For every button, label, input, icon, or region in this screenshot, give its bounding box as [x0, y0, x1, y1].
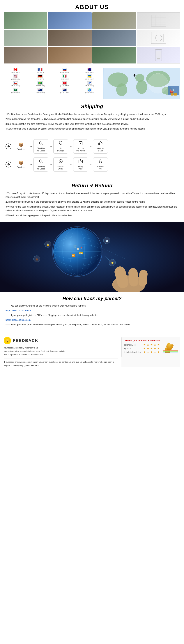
saudi-flag-icon: 🇸🇦	[13, 88, 18, 92]
track-title: How can track my parcel?	[6, 296, 178, 302]
receiving-label-1: Receiving	[17, 148, 25, 150]
process-steps-2: 📦 Receiving → Checkingthe Goods →	[14, 157, 178, 172]
svg-rect-8	[154, 34, 164, 42]
track-link-2[interactable]: https://global.cainiao.com/	[6, 318, 178, 322]
refund-point-2: 2.All returned items must be in the orig…	[6, 200, 178, 204]
track-url-2[interactable]: https://global.cainiao.com/	[6, 319, 31, 321]
feedback-text-3: with our product or service,so many than…	[4, 353, 118, 356]
nodamage-icon	[58, 141, 63, 146]
ukraine-days: (20-35 DAYS)	[85, 78, 94, 80]
usa-flag-icon: 🇺🇸	[13, 74, 18, 78]
nz2-days: (10-35 DAYS)	[60, 92, 69, 94]
feedback-card: Please give us five-star feedback seller…	[122, 337, 180, 357]
refund-point-1: 1.You have 7 days to contact us and 30 d…	[6, 192, 178, 199]
feedback-stars-title: Please give us five-star feedback	[124, 339, 161, 342]
svg-point-31	[40, 160, 42, 162]
factory-photo-10	[48, 47, 92, 64]
usa-days: (3-15 DAYS)	[12, 78, 20, 80]
checking-label-2: Checkingthe Goods	[36, 165, 45, 170]
svg-rect-25	[174, 93, 177, 96]
shipping-point-1: 1.For Brazil and some South America Coun…	[6, 112, 178, 116]
feedback-text-2: please take a few seconds to leave great…	[4, 350, 118, 353]
factory-photo-1	[4, 12, 47, 29]
france-days: (7-25 DAYS)	[36, 72, 44, 73]
refund-title: Return & Refund	[6, 183, 178, 188]
5star-label: Give us5 Star	[97, 147, 104, 152]
track-dash-3: ——	[6, 323, 10, 326]
checking-icon-1	[39, 141, 43, 146]
process-num-2: ②	[6, 162, 12, 168]
process-row-1: ① 📦 Receiving → Checkingthe Goods →	[6, 139, 178, 154]
photos-icon	[78, 159, 83, 164]
australia-days: (10-35 DAYS)	[85, 72, 94, 73]
factory-photos	[0, 12, 184, 65]
feedback-note: .If ourgoods or service does not satisfy…	[4, 360, 118, 367]
feedback-text-1: Your feedback is really important to us …	[4, 346, 118, 350]
star-row-1: seller service ★ ★ ★ ★ ★	[124, 343, 161, 346]
contact-icon	[98, 159, 103, 164]
feedback-header: 😊 FEEDBACK	[4, 337, 118, 344]
sign-label: Sign forthe Parcel	[76, 147, 85, 152]
photos-label: TakingPhotos	[78, 165, 83, 170]
step-5star: Give us5 Star	[93, 139, 108, 154]
thumbs-up-image	[163, 339, 178, 355]
factory-photo-2	[48, 12, 92, 29]
saudi-days: (7-35 DAYS)	[12, 92, 20, 94]
australia-flag-icon: 🇦🇺	[87, 68, 92, 71]
track-item-1: —— You can track your parcel on the foll…	[6, 304, 178, 308]
checking-icon-2	[39, 159, 43, 164]
5star-icon	[98, 141, 103, 146]
svg-point-20	[148, 74, 168, 94]
flag-australia: 🇦🇺 (10-35 DAYS)	[78, 68, 101, 73]
placeholder-flag-icon: 🌏	[87, 88, 92, 92]
svg-rect-28	[79, 142, 82, 145]
track-section: How can track my parcel? —— You can trac…	[0, 292, 184, 331]
receiving-icon-1: 📦	[18, 142, 24, 147]
track-dash-1: ——	[6, 304, 10, 307]
nz1-flag-icon: 🇳🇿	[38, 88, 43, 92]
flag-israel: 🇮🇱 (15-35 DAYS)	[78, 81, 101, 87]
smiley-icon: 😊	[4, 337, 11, 344]
track-item-3: —— If your purchase protection date is r…	[6, 323, 178, 327]
receiving-icon-2: 📦	[18, 160, 24, 165]
track-url-1[interactable]: https://www.17track.net/en	[6, 309, 32, 312]
refund-text: 1.You have 7 days to contact us and 30 d…	[6, 192, 178, 217]
svg-text:✈: ✈	[133, 73, 136, 78]
nodamage-label: NoDamage	[57, 147, 64, 152]
flag-chile: 🇨🇱 (25-60 DAYS)	[4, 81, 27, 87]
arrow-2b: →	[48, 163, 53, 166]
step-checking-2: Checkingthe Goods	[34, 157, 48, 172]
step-receiving-1: 📦 Receiving	[14, 141, 28, 152]
factory-photo-11	[92, 47, 136, 64]
svg-rect-67	[163, 352, 178, 352]
chile-flag-icon: 🇨🇱	[13, 81, 18, 85]
svg-line-32	[42, 162, 43, 163]
russia-days: (10-35 DAYS)	[60, 72, 69, 73]
step-broken: Broken orWrong	[53, 157, 68, 172]
track-link-1[interactable]: https://www.17track.net/en	[6, 309, 178, 313]
svg-point-26	[40, 142, 42, 144]
israel-flag-icon: 🇮🇱	[87, 81, 92, 85]
svg-text:🏭: 🏭	[170, 88, 174, 93]
track-item-2: —— If your package logistics is AliExpre…	[6, 313, 178, 318]
flag-ukraine: 🇺🇦 (20-35 DAYS)	[78, 74, 101, 80]
arrow-2c: →	[68, 163, 73, 166]
turkey-days: (10-35 DAYS)	[60, 85, 69, 87]
star-row-2: logistics ★ ★ ★ ★ ★	[124, 347, 161, 350]
about-us-title: ABOUT US	[0, 0, 184, 12]
placeholder-days: (7-35 DAYS)	[86, 92, 94, 94]
svg-text:💼: 💼	[36, 258, 38, 260]
checking-label-1: Checkingthe Goods	[36, 147, 45, 152]
factory-photo-12	[137, 47, 180, 64]
svg-point-17	[136, 80, 147, 94]
flag-usa: 🇺🇸 (3-15 DAYS)	[4, 74, 27, 80]
track-text: —— You can track your parcel on the foll…	[6, 304, 178, 327]
flag-brazil: 🇧🇷 (25-65 DAYS)	[28, 81, 52, 87]
process-num-1: ①	[6, 144, 12, 150]
refund-section: Return & Refund 1.You have 7 days to con…	[0, 179, 184, 222]
svg-text:💳: 💳	[79, 252, 83, 255]
feedback-main-text: Your feedback is really important to us …	[4, 346, 118, 358]
svg-rect-66	[163, 350, 178, 351]
svg-rect-11	[156, 51, 161, 58]
flag-canada: 🇨🇦 (10-25 DAYS)	[4, 68, 27, 73]
